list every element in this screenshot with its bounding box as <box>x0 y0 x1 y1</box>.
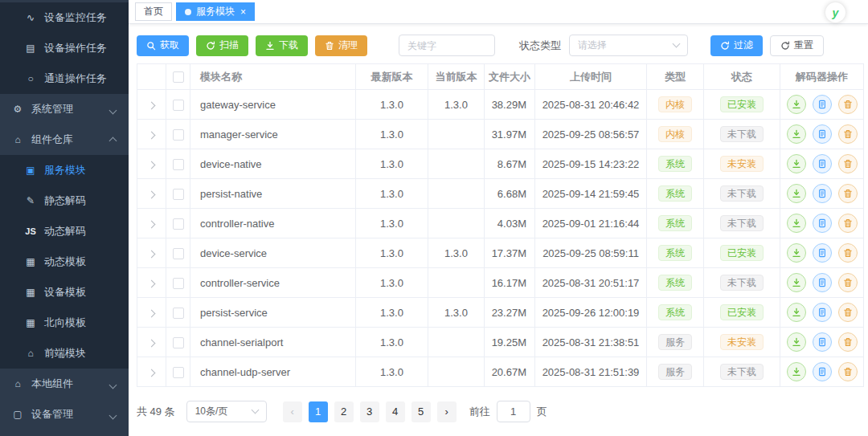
row-checkbox[interactable] <box>173 129 184 141</box>
row-download-button[interactable] <box>787 243 806 263</box>
row-download-button[interactable] <box>787 184 806 203</box>
avatar[interactable]: y <box>825 2 845 22</box>
expand-cell <box>137 328 166 357</box>
upload-time: 2025-08-31 21:51:39 <box>535 357 647 387</box>
expand-row-icon[interactable] <box>149 218 154 230</box>
template-icon: ▦ <box>23 317 39 328</box>
row-download-button[interactable] <box>787 362 806 381</box>
row-detail-button[interactable] <box>813 332 832 352</box>
row-checkbox[interactable] <box>173 337 184 348</box>
sidebar-item-7[interactable]: ✎静态解码 <box>0 185 129 216</box>
row-checkbox[interactable] <box>173 367 184 378</box>
sidebar-item-12[interactable]: ⌂前端模块 <box>0 338 129 369</box>
clean-button[interactable]: 清理 <box>315 35 367 56</box>
row-checkbox[interactable] <box>173 278 184 289</box>
sidebar-item-6[interactable]: ▣服务模块 <box>0 155 129 185</box>
expand-row-icon[interactable] <box>149 336 154 348</box>
row-download-button[interactable] <box>787 332 806 352</box>
sidebar-item-14[interactable]: ▢设备管理 <box>0 399 129 430</box>
next-page-button[interactable]: › <box>437 401 457 422</box>
select-all-checkbox[interactable] <box>173 71 184 83</box>
row-delete-button[interactable] <box>838 273 858 292</box>
row-detail-button[interactable] <box>813 243 832 263</box>
tab-close-icon[interactable]: × <box>240 7 246 17</box>
goto-page-input[interactable] <box>497 401 530 422</box>
sidebar-item-2[interactable]: ▤设备操作任务 <box>0 33 129 63</box>
checkbox-cell <box>166 298 190 328</box>
sidebar-item-1[interactable]: ∿设备监控任务 <box>0 2 129 33</box>
expand-row-icon[interactable] <box>149 99 154 111</box>
sidebar-item-13[interactable]: ⌂本地组件 <box>0 369 129 399</box>
row-detail-button[interactable] <box>813 154 832 173</box>
upload-time: 2025-09-15 14:23:22 <box>535 149 647 179</box>
row-download-button[interactable] <box>787 303 806 322</box>
row-delete-button[interactable] <box>838 154 858 173</box>
row-detail-button[interactable] <box>813 95 832 114</box>
row-delete-button[interactable] <box>838 184 858 203</box>
page-size-select[interactable]: 10条/页 <box>186 401 267 422</box>
expand-row-icon[interactable] <box>149 128 154 141</box>
row-checkbox[interactable] <box>173 308 184 319</box>
row-delete-button[interactable] <box>838 303 858 322</box>
row-delete-button[interactable] <box>838 243 858 263</box>
row-detail-button[interactable] <box>813 303 832 322</box>
row-checkbox[interactable] <box>173 100 184 111</box>
expand-row-icon[interactable] <box>149 366 154 378</box>
sidebar-item-4[interactable]: ⚙系统管理 <box>0 94 129 124</box>
module-name: manager-service <box>190 120 356 149</box>
sidebar-item-8[interactable]: JS动态解码 <box>0 216 129 247</box>
row-checkbox[interactable] <box>173 248 184 259</box>
row-detail-button[interactable] <box>813 214 832 233</box>
row-delete-button[interactable] <box>838 362 858 381</box>
column-header: 状态 <box>704 64 780 90</box>
row-download-button[interactable] <box>787 124 806 144</box>
tab-list: 首页服务模块× <box>135 2 259 21</box>
row-checkbox[interactable] <box>173 159 184 170</box>
status-type-select[interactable]: 请选择 <box>569 35 688 56</box>
keyword-input[interactable] <box>399 35 495 56</box>
expand-row-icon[interactable] <box>149 307 154 319</box>
expand-row-icon[interactable] <box>149 277 154 289</box>
row-download-button[interactable] <box>787 95 806 114</box>
row-checkbox[interactable] <box>173 189 184 200</box>
decoder-ops-cell <box>780 268 864 298</box>
expand-row-icon[interactable] <box>149 158 154 170</box>
row-checkbox[interactable] <box>173 218 184 230</box>
upload-time: 2025-08-31 20:51:17 <box>535 268 647 298</box>
expand-row-icon[interactable] <box>149 247 154 259</box>
sidebar-item-3[interactable]: ○通道操作任务 <box>0 63 129 94</box>
row-delete-button[interactable] <box>838 214 858 233</box>
row-download-button[interactable] <box>787 154 806 173</box>
filter-button[interactable]: 过滤 <box>710 35 763 56</box>
sidebar-item-11[interactable]: ▦北向模板 <box>0 308 129 338</box>
table-row: channel-serialport1.3.019.25M2025-08-31 … <box>137 328 864 357</box>
fetch-button[interactable]: 获取 <box>137 35 189 56</box>
row-delete-button[interactable] <box>838 124 858 144</box>
row-detail-button[interactable] <box>813 124 832 144</box>
row-download-button[interactable] <box>787 214 806 233</box>
prev-page-button[interactable]: ‹ <box>283 401 302 422</box>
page-button-2[interactable]: 2 <box>334 401 354 422</box>
row-delete-button[interactable] <box>838 95 858 114</box>
row-detail-button[interactable] <box>813 362 832 381</box>
page-button-3[interactable]: 3 <box>360 401 379 422</box>
expand-row-icon[interactable] <box>149 188 154 200</box>
row-delete-button[interactable] <box>838 332 858 352</box>
latest-version: 1.3.0 <box>356 298 428 328</box>
reset-button[interactable]: 重置 <box>770 35 824 56</box>
row-detail-button[interactable] <box>813 273 832 292</box>
page-button-5[interactable]: 5 <box>411 401 431 422</box>
download-button[interactable]: 下载 <box>256 35 308 56</box>
tab-2[interactable]: 服务模块× <box>176 2 255 21</box>
tab-1[interactable]: 首页 <box>135 2 172 21</box>
latest-version: 1.3.0 <box>356 90 428 120</box>
page-button-4[interactable]: 4 <box>386 401 405 422</box>
sidebar-item-10[interactable]: ▦设备模板 <box>0 277 129 308</box>
scan-button[interactable]: 扫描 <box>196 35 248 56</box>
sidebar-item-5[interactable]: ⌂组件仓库 <box>0 124 129 155</box>
page-button-1[interactable]: 1 <box>309 401 328 422</box>
sidebar-item-9[interactable]: ▦动态模板 <box>0 247 129 277</box>
sidebar-item-label: 本地组件 <box>31 377 73 391</box>
row-download-button[interactable] <box>787 273 806 292</box>
row-detail-button[interactable] <box>813 184 832 203</box>
